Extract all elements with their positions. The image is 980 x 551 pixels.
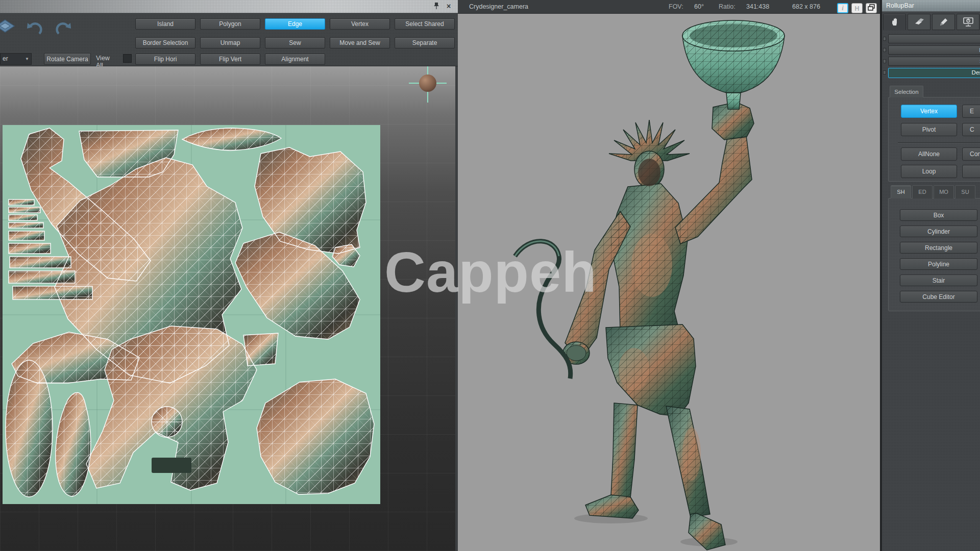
rollup-notch <box>883 59 886 63</box>
undo-icon[interactable] <box>26 20 44 40</box>
rollup-row: Se <box>883 57 980 66</box>
rollup-row: Desig <box>883 68 980 78</box>
select-shared-button[interactable]: Select Shared <box>395 18 455 30</box>
polyline-button[interactable]: Polyline <box>900 258 977 270</box>
statue-model <box>458 0 881 551</box>
helper-icon[interactable]: H <box>851 3 863 13</box>
cryengine-uv-mapping-window: × Is <box>0 0 980 551</box>
view-all-checkbox[interactable] <box>123 54 132 63</box>
layers-icon <box>914 17 925 27</box>
rollup-header-designer[interactable]: Desig <box>888 68 980 78</box>
selection-groupbox: Selection Vertex E Pivot C AllNone Con L… <box>888 97 980 182</box>
rollup-notch <box>883 48 886 52</box>
shapes-tabs: SH ED MO SU <box>891 185 975 198</box>
box-button[interactable]: Box <box>900 209 977 221</box>
fov-label: FOV: <box>669 3 683 10</box>
rollup-row: O <box>883 34 980 43</box>
chevron-down-icon: ▼ <box>25 54 29 64</box>
rollup-header-2[interactable]: De <box>888 45 980 55</box>
flip-vert-button[interactable]: Flip Vert <box>200 54 260 65</box>
rollupbar-tabs <box>883 14 979 30</box>
edge-select-button[interactable]: E <box>962 105 980 118</box>
close-icon[interactable]: × <box>445 2 453 10</box>
uv-action-button-row: Border Selection Unmap Sew Move and Sew … <box>135 37 455 48</box>
uv-transform-button-row: Flip Hori Flip Vert Alignment <box>135 54 325 65</box>
uv-texture-image <box>3 125 380 504</box>
tab-modify[interactable]: MO <box>934 185 954 198</box>
cylinder-button[interactable]: Cylinder <box>900 226 977 237</box>
tab-surface[interactable]: SU <box>955 185 975 198</box>
viewport-resolution: 682 x 876 <box>792 3 820 10</box>
viewport-header: Crydesigner_camera FOV: 60° Ratio: 341:4… <box>458 0 880 14</box>
ratio-value: 341:438 <box>746 3 769 10</box>
flip-hori-button[interactable]: Flip Hori <box>135 54 195 65</box>
pin-icon[interactable] <box>432 2 440 10</box>
cut-button-4[interactable] <box>962 165 980 178</box>
cut-button-2[interactable]: C <box>962 123 980 136</box>
tab-terrain[interactable] <box>908 14 930 30</box>
cube-editor-button[interactable]: Cube Editor <box>900 291 977 303</box>
separate-button[interactable]: Separate <box>395 37 455 48</box>
shapes-groupbox: SH ED MO SU Box Cylinder Rectangle Polyl… <box>888 198 980 311</box>
connected-button[interactable]: Con <box>962 147 980 161</box>
uv-mode-button-row: Island Polygon Edge Vertex Select Shared <box>135 18 455 30</box>
loop-button[interactable]: Loop <box>901 165 957 178</box>
rollup-notch <box>883 37 886 41</box>
display-icon <box>963 17 974 27</box>
rollup-header-1[interactable]: O <box>888 34 980 43</box>
rotate-camera-button[interactable]: Rotate Camera <box>44 53 91 65</box>
pencil-icon <box>939 17 949 27</box>
border-selection-button[interactable]: Border Selection <box>135 37 195 48</box>
selection-tab[interactable]: Selection <box>890 86 923 97</box>
unmap-button[interactable]: Unmap <box>200 37 260 48</box>
camera-dropdown[interactable]: er ▼ <box>0 53 32 65</box>
fov-value: 60° <box>694 3 704 10</box>
viewport-camera-name: Crydesigner_camera <box>469 3 528 10</box>
rollupbar-header: RollupBar <box>882 0 980 12</box>
vertex-select-button[interactable]: Vertex <box>901 105 957 118</box>
alignment-button[interactable]: Alignment <box>265 54 325 65</box>
uv-viewport[interactable] <box>0 66 455 551</box>
polygon-button[interactable]: Polygon <box>200 18 260 30</box>
separator <box>898 142 980 143</box>
camera-dropdown-value: er <box>3 55 8 62</box>
allnone-button[interactable]: AllNone <box>901 147 957 161</box>
stair-button[interactable]: Stair <box>900 274 977 286</box>
vertex-button[interactable]: Vertex <box>330 18 390 30</box>
uv-toolbar: Island Polygon Edge Vertex Select Shared… <box>0 14 458 66</box>
rollup-row: De <box>883 45 980 55</box>
ratio-label: Ratio: <box>719 3 736 10</box>
pivot-button[interactable]: Pivot <box>901 123 957 136</box>
uv-panel-titlebar: × <box>0 0 458 13</box>
uv-gizmo-sphere[interactable] <box>419 74 436 92</box>
rollup-notch <box>883 70 886 74</box>
tab-objects[interactable] <box>883 14 906 30</box>
tab-edit[interactable]: ED <box>912 185 933 198</box>
uv-stack-icon[interactable] <box>0 19 15 38</box>
uv-mapping-panel: × Is <box>0 0 458 551</box>
sew-button[interactable]: Sew <box>265 37 325 48</box>
rollup-header-3[interactable]: Se <box>888 57 980 66</box>
tab-modelling[interactable] <box>932 14 955 30</box>
tab-shape[interactable]: SH <box>891 185 911 198</box>
island-button[interactable]: Island <box>135 18 195 30</box>
perspective-viewport[interactable]: Crydesigner_camera FOV: 60° Ratio: 341:4… <box>458 0 881 551</box>
tab-display[interactable] <box>957 14 979 30</box>
move-and-sew-button[interactable]: Move and Sew <box>330 37 390 48</box>
info-icon[interactable]: i <box>837 3 848 13</box>
edge-button[interactable]: Edge <box>265 18 325 30</box>
rollupbar-title: RollupBar <box>886 2 914 9</box>
rollupbar-panel: RollupBar O De Se <box>881 0 980 551</box>
rectangle-button[interactable]: Rectangle <box>900 242 977 254</box>
restore-icon[interactable] <box>866 3 877 13</box>
select-hand-icon <box>890 17 900 27</box>
redo-icon[interactable] <box>54 20 72 40</box>
